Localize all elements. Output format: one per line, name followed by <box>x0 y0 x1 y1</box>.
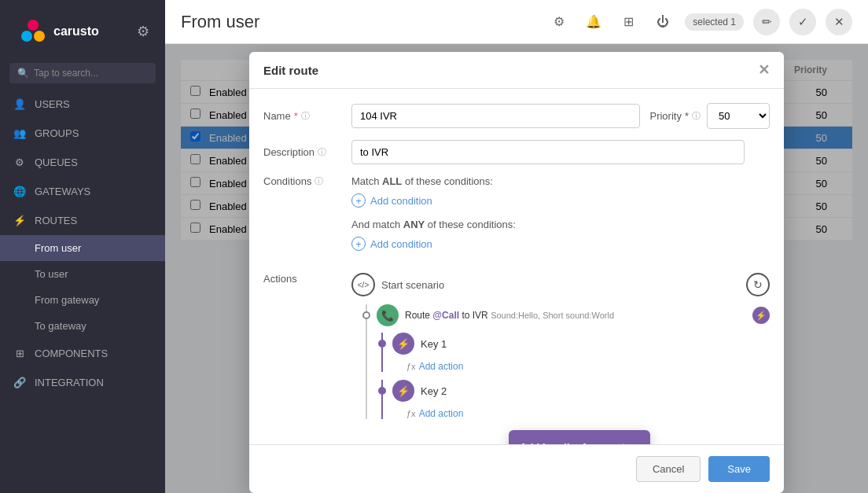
add-condition-any-button[interactable]: + Add condition <box>351 237 770 251</box>
add-condition-all-icon: + <box>351 193 366 208</box>
flow-container: 📞 Route @Call to IVR Sound:Hello, Short … <box>362 304 770 419</box>
from-gateway-label: From gateway <box>35 294 99 306</box>
queues-icon: ⚙ <box>13 156 27 168</box>
search-icon: 🔍 <box>17 68 29 79</box>
sync-button[interactable]: ↻ <box>746 273 770 296</box>
sidebar-sub-from-gateway[interactable]: From gateway <box>0 287 165 313</box>
sidebar-label-groups: GROUPS <box>35 127 79 139</box>
flow-dot <box>362 311 370 319</box>
conditions-row: Conditions ⓘ Match ALL of these conditio… <box>263 175 770 262</box>
sidebar-label-queues: QUEUES <box>35 156 78 168</box>
conditions-content: Match ALL of these conditions: + Add con… <box>351 175 770 262</box>
sidebar: carusto ⚙ 🔍 Tap to search... 👤 USERS 👥 G… <box>0 0 165 493</box>
sidebar-label-gateways: GATEWAYS <box>35 186 90 197</box>
logo-text: carusto <box>53 24 99 39</box>
handler-popup-title: Add handler for event <box>509 438 650 444</box>
users-icon: 👤 <box>13 98 27 110</box>
name-priority-row: Name * ⓘ Priority * ⓘ 50 <box>263 103 770 129</box>
sidebar-item-queues[interactable]: ⚙ QUEUES <box>0 148 165 177</box>
key2-label: Key 2 <box>421 385 447 397</box>
sidebar-label-integration: INTEGRATION <box>35 377 104 388</box>
sidebar-sub-to-user[interactable]: To user <box>0 261 165 287</box>
flow-route-item: 📞 Route @Call to IVR Sound:Hello, Short … <box>362 304 770 326</box>
settings-icon[interactable]: ⚙ <box>127 16 159 47</box>
description-input[interactable] <box>351 140 745 164</box>
topbar: From user ⚙ 🔔 ⊞ ⏻ selected 1 ✏ ✓ ✕ <box>165 0 868 44</box>
add-action-key2[interactable]: ƒx Add action <box>406 408 770 419</box>
key1-section: ⚡ Key 1 ƒx Add action <box>378 333 770 372</box>
name-required: * <box>294 110 298 122</box>
svg-point-1 <box>21 31 32 42</box>
route-dest: to IVR <box>462 310 487 321</box>
gateways-icon: 🌐 <box>13 186 27 197</box>
phone-icon: 📞 <box>377 304 399 326</box>
grid-icon[interactable]: ⊞ <box>616 9 641 35</box>
route-name: @Call <box>432 310 459 321</box>
search-box[interactable]: 🔍 Tap to search... <box>9 63 156 83</box>
match-all-text: Match ALL of these conditions: <box>351 175 770 187</box>
content-area: Priority Enabled 20↑ Answer Answer 50 En… <box>165 44 868 493</box>
key2-item: ⚡ Key 2 <box>378 380 770 402</box>
key1-icon: ⚡ <box>392 333 414 355</box>
name-label: Name * ⓘ <box>263 110 342 122</box>
logo: carusto <box>6 6 112 57</box>
name-input[interactable] <box>351 104 640 128</box>
add-condition-all-button[interactable]: + Add condition <box>351 193 770 208</box>
sidebar-sub-to-gateway[interactable]: To gateway <box>0 313 165 339</box>
topbar-actions: ⚙ 🔔 ⊞ ⏻ selected 1 ✏ ✓ ✕ <box>546 9 852 35</box>
start-scenario-line: </> Start scenario ↻ <box>351 273 770 296</box>
add-action-key1[interactable]: ƒx Add action <box>406 361 770 372</box>
sidebar-item-gateways[interactable]: 🌐 GATEWAYS <box>0 177 165 206</box>
components-icon: ⊞ <box>13 348 27 359</box>
route-sounds: Sound:Hello, Short sound:World <box>491 311 614 320</box>
close-topbar-button[interactable]: ✕ <box>826 9 852 35</box>
cancel-button[interactable]: Cancel <box>636 456 701 482</box>
priority-select[interactable]: 50 <box>707 103 770 129</box>
priority-info-icon: ⓘ <box>692 110 701 122</box>
groups-icon: 👥 <box>13 127 27 139</box>
modal-overlay: Edit route ✕ Name * ⓘ <box>165 44 868 493</box>
scenario-icon: </> <box>351 273 375 296</box>
lightning-button[interactable]: ⚡ <box>752 307 770 324</box>
match-any-text: And match ANY of these conditions: <box>351 219 770 230</box>
cond-info-icon: ⓘ <box>314 175 323 187</box>
key1-label: Key 1 <box>421 338 447 350</box>
svg-point-2 <box>34 31 45 42</box>
logo-icon <box>19 17 47 46</box>
key2-icon: ⚡ <box>392 380 414 402</box>
page-title: From user <box>181 12 259 32</box>
sidebar-item-routes[interactable]: ⚡ ROUTES <box>0 206 165 235</box>
routes-icon: ⚡ <box>13 215 27 226</box>
edit-route-modal: Edit route ✕ Name * ⓘ <box>249 52 784 493</box>
from-user-label: From user <box>35 242 81 254</box>
priority-row: Priority * ⓘ 50 <box>649 103 770 129</box>
sidebar-item-integration[interactable]: 🔗 INTEGRATION <box>0 368 165 397</box>
name-info-icon: ⓘ <box>301 110 310 122</box>
key1-dot <box>378 340 386 348</box>
svg-point-0 <box>28 20 39 31</box>
to-gateway-label: To gateway <box>35 320 86 332</box>
sidebar-sub-from-user[interactable]: From user <box>0 235 165 261</box>
save-button[interactable]: Save <box>708 456 770 482</box>
modal-body: Name * ⓘ Priority * ⓘ 50 <box>249 89 784 444</box>
key1-item: ⚡ Key 1 <box>378 333 770 355</box>
sidebar-item-users[interactable]: 👤 USERS <box>0 90 165 119</box>
search-placeholder: Tap to search... <box>34 68 98 79</box>
modal-close-button[interactable]: ✕ <box>758 63 770 77</box>
sidebar-nav: 👤 USERS 👥 GROUPS ⚙ QUEUES 🌐 GATEWAYS ⚡ R… <box>0 90 165 493</box>
check-button[interactable]: ✓ <box>789 9 816 35</box>
sidebar-label-routes: ROUTES <box>35 215 77 226</box>
sidebar-item-components[interactable]: ⊞ COMPONENTS <box>0 339 165 368</box>
key2-dot <box>378 387 386 395</box>
power-icon[interactable]: ⏻ <box>650 9 675 35</box>
priority-label: Priority * ⓘ <box>649 110 701 122</box>
selected-badge: selected 1 <box>685 13 744 31</box>
bell-icon[interactable]: 🔔 <box>581 9 606 35</box>
description-row: Description ⓘ <box>263 140 770 164</box>
edit-button[interactable]: ✏ <box>753 9 780 35</box>
to-user-label: To user <box>35 268 68 280</box>
sidebar-item-groups[interactable]: 👥 GROUPS <box>0 119 165 148</box>
modal-footer: Cancel Save <box>249 444 784 493</box>
settings-topbar-icon[interactable]: ⚙ <box>546 9 572 35</box>
scenario-text: Start scenario <box>381 279 444 291</box>
